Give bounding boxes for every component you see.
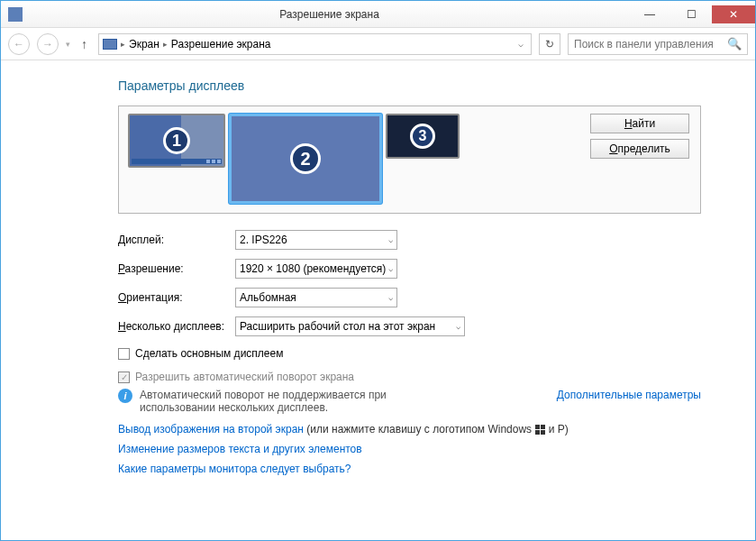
chevron-down-icon: ⌵ <box>388 235 393 244</box>
display-select[interactable]: 2. IPS226⌵ <box>235 230 397 250</box>
toolbar: ← → ▾ ↑ ▸ Экран ▸ Разрешение экрана ⌵ ↻ … <box>1 28 755 60</box>
monitor-3[interactable]: 3 <box>386 114 460 159</box>
breadcrumb-item-2[interactable]: Разрешение экрана <box>171 38 271 50</box>
preview-buttons: Найти Определить <box>590 114 689 159</box>
info-text: Автоматический поворот не поддерживается… <box>140 389 410 414</box>
make-primary-checkbox[interactable] <box>118 348 130 360</box>
settings-form: Дисплей: 2. IPS226⌵ Разрешение: 1920 × 1… <box>118 230 701 336</box>
multiple-displays-select[interactable]: Расширить рабочий стол на этот экран⌵ <box>235 316 465 336</box>
chevron-down-icon: ⌵ <box>388 293 393 302</box>
search-input[interactable] <box>569 38 722 50</box>
info-icon: i <box>118 389 132 403</box>
info-row: i Автоматический поворот не поддерживает… <box>118 389 701 414</box>
windows-logo-icon <box>534 425 545 436</box>
page-heading: Параметры дисплеев <box>118 78 701 93</box>
monitor-3-number: 3 <box>410 124 435 149</box>
breadcrumb-dropdown[interactable]: ⌵ <box>518 39 527 49</box>
advanced-settings-link[interactable]: Дополнительные параметры <box>557 389 701 401</box>
up-button[interactable]: ↑ <box>77 37 91 51</box>
projector-text-2: и P) <box>545 423 568 436</box>
chevron-down-icon: ⌵ <box>456 322 460 331</box>
orientation-select[interactable]: Альбомная⌵ <box>235 288 397 307</box>
search-icon[interactable]: 🔍 <box>722 37 747 50</box>
content: Параметры дисплеев 1 2 3 Найти Определит… <box>1 60 755 540</box>
close-button[interactable]: ✕ <box>712 5 755 23</box>
display-row: Дисплей: 2. IPS226⌵ <box>118 230 701 250</box>
maximize-button[interactable]: ☐ <box>670 5 712 23</box>
which-settings-link[interactable]: Какие параметры монитора следует выбрать… <box>118 463 351 475</box>
monitor-group: 1 2 3 <box>128 114 460 204</box>
history-dropdown[interactable]: ▾ <box>66 40 70 49</box>
help-links: Вывод изображения на второй экран (или н… <box>118 423 701 475</box>
breadcrumb[interactable]: ▸ Экран ▸ Разрешение экрана ⌵ <box>98 33 532 55</box>
monitor-icon <box>103 39 117 50</box>
projector-text-1: (или нажмите клавишу с логотипом Windows <box>304 423 534 436</box>
orientation-row: Ориентация: Альбомная⌵ <box>118 288 701 307</box>
chevron-down-icon: ⌵ <box>388 264 393 273</box>
make-primary-row: Сделать основным дисплеем <box>118 347 701 360</box>
taskbar-icon <box>132 159 222 164</box>
window-controls: — ☐ ✕ <box>629 5 755 23</box>
monitor-2[interactable]: 2 <box>229 114 382 204</box>
back-button[interactable]: ← <box>8 33 30 55</box>
auto-rotate-row: ✓ Разрешить автоматический поворот экран… <box>118 371 701 383</box>
display-preview: 1 2 3 Найти Определить <box>118 105 701 214</box>
display-label: Дисплей: <box>118 234 235 246</box>
multiple-displays-row: Несколько дисплеев: Расширить рабочий ст… <box>118 316 701 336</box>
resolution-label: Разрешение: <box>118 262 235 275</box>
monitor-1[interactable]: 1 <box>128 114 225 168</box>
resolution-row: Разрешение: 1920 × 1080 (рекомендуется)⌵ <box>118 259 701 279</box>
chevron-right-icon: ▸ <box>121 40 125 49</box>
text-size-link[interactable]: Изменение размеров текста и других элеме… <box>118 443 362 455</box>
identify-button[interactable]: Определить <box>590 139 689 159</box>
monitor-2-number: 2 <box>290 143 321 174</box>
multiple-displays-label: Несколько дисплеев: <box>118 320 235 333</box>
minimize-button[interactable]: — <box>629 5 670 23</box>
chevron-right-icon: ▸ <box>163 40 168 49</box>
projector-link[interactable]: Вывод изображения на второй экран <box>118 423 304 436</box>
app-icon <box>8 7 23 22</box>
auto-rotate-label: Разрешить автоматический поворот экрана <box>135 371 354 383</box>
orientation-label: Ориентация: <box>118 291 235 304</box>
breadcrumb-item-1[interactable]: Экран <box>129 38 159 50</box>
monitor-1-number: 1 <box>163 127 190 154</box>
search-box[interactable]: 🔍 <box>568 33 748 55</box>
forward-button[interactable]: → <box>37 33 59 55</box>
titlebar: Разрешение экрана — ☐ ✕ <box>1 1 755 28</box>
refresh-button[interactable]: ↻ <box>539 33 560 55</box>
projector-line: Вывод изображения на второй экран (или н… <box>118 423 701 436</box>
window-title: Разрешение экрана <box>30 8 629 21</box>
auto-rotate-checkbox: ✓ <box>118 371 130 383</box>
make-primary-label: Сделать основным дисплеем <box>135 347 283 360</box>
find-button[interactable]: Найти <box>590 114 689 133</box>
resolution-select[interactable]: 1920 × 1080 (рекомендуется)⌵ <box>235 259 397 279</box>
